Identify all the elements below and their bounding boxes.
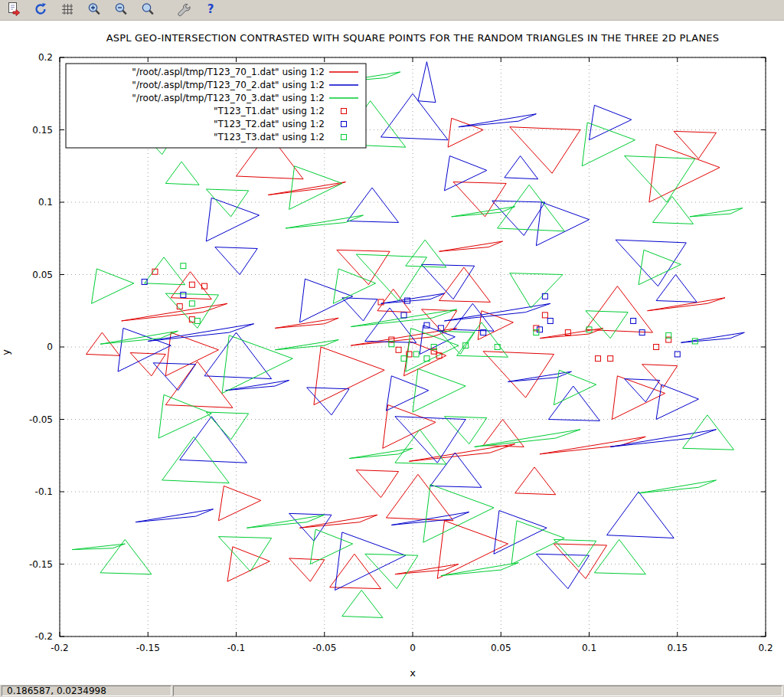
legend: "/root/.aspl/tmp/T123_70_1.dat" using 1:… xyxy=(66,64,366,148)
zoom-in-button[interactable] xyxy=(83,1,105,19)
export-icon xyxy=(6,2,21,19)
grid-button[interactable] xyxy=(57,1,78,19)
config-button[interactable] xyxy=(173,1,194,19)
grid-icon xyxy=(60,2,75,19)
svg-text:-0.15: -0.15 xyxy=(29,559,53,570)
zoom-next-icon xyxy=(140,2,155,19)
svg-text:0.15: 0.15 xyxy=(667,643,688,653)
zoom-in-icon xyxy=(87,2,102,19)
svg-text:-0.2: -0.2 xyxy=(35,631,53,642)
svg-text:"T123_T1.dat" using 1:2: "T123_T1.dat" using 1:2 xyxy=(214,106,325,116)
config-icon xyxy=(176,2,191,19)
series-T123_70_1 xyxy=(87,105,725,588)
plot-svg[interactable]: -0.2-0.15-0.1-0.0500.050.10.150.2-0.2-0.… xyxy=(0,21,784,684)
svg-text:-0.2: -0.2 xyxy=(51,643,68,653)
plot-canvas[interactable]: ASPL GEO-INTERSECTION CONTRASTED WITH SQ… xyxy=(0,21,784,684)
x-axis-label: x xyxy=(60,667,766,679)
svg-text:0.1: 0.1 xyxy=(582,643,596,653)
svg-text:0.2: 0.2 xyxy=(758,643,773,653)
zoom-next-button[interactable] xyxy=(137,1,158,19)
toolbar: ? xyxy=(0,0,784,21)
help-button[interactable]: ? xyxy=(200,1,221,19)
svg-text:0.15: 0.15 xyxy=(32,125,53,136)
series-T123_T1 xyxy=(152,269,671,361)
svg-text:-0.05: -0.05 xyxy=(29,414,53,425)
svg-text:-0.05: -0.05 xyxy=(312,643,336,653)
svg-text:?: ? xyxy=(207,2,214,16)
y-axis-label: y xyxy=(0,349,11,355)
svg-text:0.1: 0.1 xyxy=(38,197,53,208)
svg-text:-0.1: -0.1 xyxy=(35,486,53,497)
svg-text:0.05: 0.05 xyxy=(491,643,511,653)
export-button[interactable] xyxy=(3,1,24,19)
svg-text:"T123_T2.dat" using 1:2: "T123_T2.dat" using 1:2 xyxy=(214,119,325,129)
series-T123_70_3 xyxy=(72,72,743,618)
svg-text:"/root/.aspl/tmp/T123_70_2.dat: "/root/.aspl/tmp/T123_70_2.dat" using 1:… xyxy=(132,80,325,90)
svg-text:"/root/.aspl/tmp/T123_70_1.dat: "/root/.aspl/tmp/T123_70_1.dat" using 1:… xyxy=(132,67,325,77)
gnuplot-window: ? ASPL GEO-INTERSECTION CONTRASTED WITH … xyxy=(0,0,784,697)
svg-text:0.2: 0.2 xyxy=(38,52,53,63)
zoom-previous-button[interactable] xyxy=(110,1,132,19)
svg-text:0: 0 xyxy=(410,643,416,653)
zoom-previous-icon xyxy=(113,2,129,19)
refresh-icon xyxy=(33,2,48,19)
help-icon: ? xyxy=(203,2,218,19)
svg-text:-0.15: -0.15 xyxy=(136,643,160,653)
refresh-button[interactable] xyxy=(30,1,51,19)
svg-text:0.05: 0.05 xyxy=(32,270,53,280)
svg-text:"/root/.aspl/tmp/T123_70_3.dat: "/root/.aspl/tmp/T123_70_3.dat" using 1:… xyxy=(132,93,325,103)
svg-text:"T123_T3.dat" using 1:2: "T123_T3.dat" using 1:2 xyxy=(214,132,325,142)
svg-text:0: 0 xyxy=(47,342,53,352)
series-T123_T2 xyxy=(142,279,680,357)
status-spacer xyxy=(173,686,782,696)
mouse-coordinates: 0.186587, 0.0234998 xyxy=(2,686,172,696)
svg-text:-0.1: -0.1 xyxy=(227,643,245,653)
status-bar: 0.186587, 0.0234998 xyxy=(0,684,784,697)
